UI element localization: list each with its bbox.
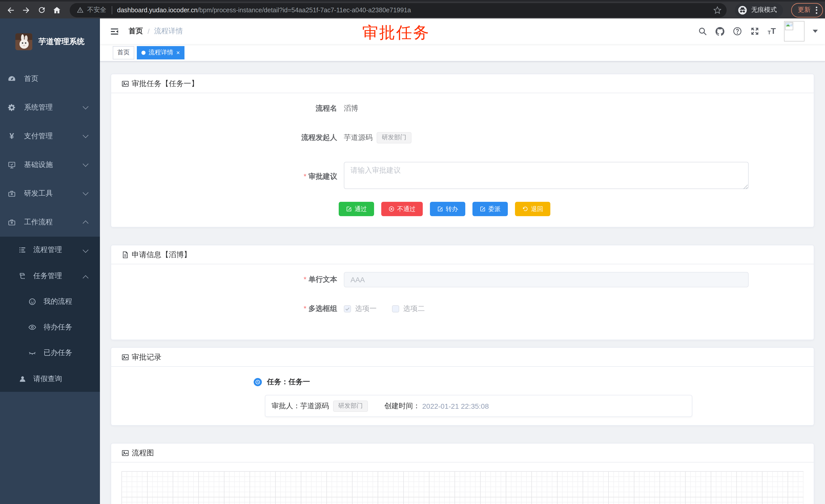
toolbox-icon xyxy=(8,218,16,226)
breadcrumb-home-link[interactable]: 首页 xyxy=(129,27,143,36)
sidebar-item-label: 支付管理 xyxy=(24,132,53,141)
card-title: 流程图 xyxy=(132,448,154,457)
tab-home[interactable]: 首页 xyxy=(113,46,134,59)
sidebar-item-todo-tasks[interactable]: 待办任务 xyxy=(0,315,100,340)
sidebar-item-label: 首页 xyxy=(24,74,39,83)
return-button[interactable]: 退回 xyxy=(515,202,550,216)
update-label[interactable]: 更新 xyxy=(798,6,811,14)
form-row-checkbox-group: *多选框组 选项一 选项二 xyxy=(111,294,814,323)
delegate-button[interactable]: 委派 xyxy=(472,202,508,216)
tab-close-icon[interactable]: × xyxy=(176,50,180,56)
page-content: 审批任务【任务一】 流程名 滔博 流程发起人 芋道源码 研发部门 xyxy=(100,62,825,504)
field-label: *单行文本 xyxy=(122,275,337,284)
github-icon[interactable] xyxy=(715,27,725,36)
toolbox-icon xyxy=(8,189,16,198)
chevron-down-icon xyxy=(83,104,89,110)
monitor-icon xyxy=(8,161,16,169)
avatar[interactable] xyxy=(784,21,805,41)
approver-name: 芋道源码 xyxy=(300,401,329,411)
sidebar-item-done-tasks[interactable]: 已办任务 xyxy=(0,340,100,366)
sidebar-logo[interactable]: 芋道管理系统 xyxy=(0,18,100,65)
undo-icon xyxy=(522,206,528,212)
bookmark-star-icon[interactable] xyxy=(713,6,722,14)
approval-actions: 通过 不通过 转办 委 xyxy=(111,202,814,227)
checkbox-checked-icon xyxy=(344,305,351,312)
form-row-suggestion: *审批建议 xyxy=(111,162,814,191)
fullscreen-icon[interactable] xyxy=(750,27,759,36)
sidebar-item-home[interactable]: 首页 xyxy=(0,65,100,93)
card-title: 审批记录 xyxy=(132,352,161,362)
checkbox-unchecked-icon xyxy=(392,305,399,312)
browser-forward-button[interactable] xyxy=(18,2,34,18)
sidebar-item-task-management[interactable]: 任务管理 xyxy=(0,263,100,289)
dashboard-icon xyxy=(8,75,16,83)
home-icon xyxy=(52,5,62,15)
browser-reload-button[interactable] xyxy=(34,2,49,18)
app-title: 芋道管理系统 xyxy=(39,36,85,47)
field-label: 流程名 xyxy=(122,104,337,113)
workflow-submenu: 流程管理 任务管理 我的流程 xyxy=(0,237,100,392)
card-header: 流程图 xyxy=(111,443,814,463)
search-icon[interactable] xyxy=(698,27,707,36)
edit-icon xyxy=(479,206,486,212)
sidebar-item-label: 已办任务 xyxy=(44,348,72,357)
address-bar[interactable]: 不安全 dashboard.yudao.iocoder.cn/bpm/proce… xyxy=(70,3,727,17)
approval-record-card: 审批记录 任务：任务一 审批人： 芋道源码 研发部门 xyxy=(111,347,814,426)
eye-open-icon xyxy=(28,323,36,331)
browser-menu-icon[interactable] xyxy=(815,5,818,15)
approve-button[interactable]: 通过 xyxy=(339,202,374,216)
list-icon xyxy=(18,246,27,254)
card-body: 流程名 滔博 流程发起人 芋道源码 研发部门 *审批建议 xyxy=(111,93,814,227)
reject-button[interactable]: 不通过 xyxy=(381,202,423,216)
transfer-button[interactable]: 转办 xyxy=(430,202,465,216)
broken-image-icon xyxy=(785,22,793,30)
avatar-caret-icon[interactable] xyxy=(813,30,818,33)
tab-label: 首页 xyxy=(117,48,130,57)
form-row-initiator: 流程发起人 芋道源码 研发部门 xyxy=(111,123,814,152)
picture-icon xyxy=(122,449,129,456)
breadcrumb-current: 流程详情 xyxy=(154,27,183,36)
url-path[interactable]: /bpm/process-instance/detail?id=54aa251f… xyxy=(198,6,411,14)
active-tab-dot xyxy=(141,51,146,55)
url-domain[interactable]: dashboard.yudao.iocoder.cn xyxy=(117,6,198,14)
checkbox-option2[interactable]: 选项二 xyxy=(392,304,425,313)
timeline-item: 任务：任务一 xyxy=(111,377,814,387)
initiator-value: 芋道源码 研发部门 xyxy=(344,132,411,143)
process-diagram-card: 流程图 xyxy=(111,443,814,504)
browser-back-button[interactable] xyxy=(3,2,18,18)
sidebar-item-label: 待办任务 xyxy=(44,323,72,332)
font-size-icon[interactable]: TT xyxy=(768,27,776,35)
checkbox-option1[interactable]: 选项一 xyxy=(344,304,377,313)
chevron-down-icon xyxy=(83,161,89,167)
sidebar-item-devtools[interactable]: 研发工具 xyxy=(0,179,100,208)
sidebar-item-workflow[interactable]: 工作流程 xyxy=(0,208,100,237)
sidebar-item-payment[interactable]: ¥ 支付管理 xyxy=(0,122,100,151)
sidebar-item-infra[interactable]: 基础设施 xyxy=(0,151,100,179)
sidebar-item-label: 请假查询 xyxy=(33,374,62,384)
sidebar-item-system[interactable]: 系统管理 xyxy=(0,93,100,122)
browser-update-menu[interactable]: 更新 xyxy=(791,3,823,17)
sidebar-collapse-button[interactable] xyxy=(108,25,121,37)
sidebar-item-label: 工作流程 xyxy=(24,218,53,227)
clock-icon xyxy=(254,378,262,386)
tab-process-detail[interactable]: 流程详情 × xyxy=(137,46,184,59)
back-arrow-icon xyxy=(6,5,15,15)
document-icon xyxy=(122,251,129,258)
chevron-down-icon xyxy=(83,247,89,253)
sidebar: 芋道管理系统 首页 系统管理 ¥ 支付管理 xyxy=(0,18,100,504)
single-text-input[interactable] xyxy=(344,272,749,287)
card-body xyxy=(111,463,814,504)
bpmn-canvas[interactable] xyxy=(122,471,804,504)
edit-icon xyxy=(437,206,443,212)
help-icon[interactable] xyxy=(733,27,742,36)
textarea-resize-handle[interactable] xyxy=(743,184,748,189)
sidebar-item-my-process[interactable]: 我的流程 xyxy=(0,289,100,315)
sidebar-item-leave-query[interactable]: 请假查询 xyxy=(0,366,100,392)
chevron-down-icon xyxy=(83,133,89,138)
sidebar-item-process-management[interactable]: 流程管理 xyxy=(0,237,100,263)
dept-tag: 研发部门 xyxy=(377,132,411,143)
security-label[interactable]: 不安全 xyxy=(87,6,106,14)
suggestion-textarea[interactable] xyxy=(344,162,749,189)
browser-home-button[interactable] xyxy=(49,2,65,18)
task-title: 任务：任务一 xyxy=(267,377,310,387)
